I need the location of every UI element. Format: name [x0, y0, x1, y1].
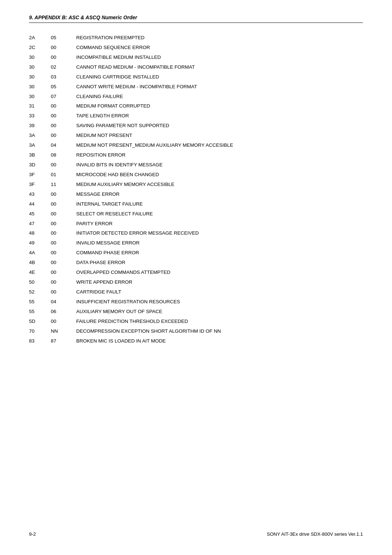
col-description: COMMAND PHASE ERROR [76, 249, 363, 257]
col-description: CLEANING CARTRIDGE INSTALLED [76, 73, 363, 81]
col-ascq: 02 [51, 64, 76, 71]
col-ascq: 05 [51, 34, 76, 42]
col-ascq: 00 [51, 239, 76, 247]
col-asc: 33 [29, 112, 51, 120]
col-asc: 52 [29, 288, 51, 296]
table-row: 4400INTERNAL TARGET FAILURE [29, 199, 363, 209]
col-asc: 30 [29, 54, 51, 61]
col-ascq: 11 [51, 181, 76, 189]
col-asc: 70 [29, 328, 51, 335]
col-asc: 4A [29, 249, 51, 257]
col-asc: 3A [29, 132, 51, 139]
table-row: 3B08REPOSITION ERROR [29, 150, 363, 160]
table-row: 3100MEDIUM FORMAT CORRUPTED [29, 101, 363, 111]
col-asc: 3D [29, 161, 51, 169]
col-description: INCOMPATIBLE MEDIUM INSTALLED [76, 54, 363, 61]
col-description: INITIATOR DETECTED ERROR MESSAGE RECEIVE… [76, 230, 363, 237]
col-description: BROKEN MIC IS LOADED IN AIT MODE [76, 337, 363, 345]
col-description: SAVING PARAMETER NOT SUPPORTED [76, 122, 363, 130]
col-asc: 5D [29, 318, 51, 325]
col-description: MEDIUM AUXILIARY MEMORY ACCESIBLE [76, 181, 363, 189]
table-row: 3002CANNOT READ MEDIUM - INCOMPATIBLE FO… [29, 62, 363, 72]
col-ascq: 00 [51, 210, 76, 218]
col-ascq: 00 [51, 279, 76, 286]
col-ascq: 06 [51, 308, 76, 316]
table-row: 8387BROKEN MIC IS LOADED IN AIT MODE [29, 336, 363, 346]
col-asc: 43 [29, 191, 51, 198]
col-ascq: 87 [51, 337, 76, 345]
col-ascq: 00 [51, 132, 76, 139]
table-row: 5504INSUFFICIENT REGISTRATION RESOURCES [29, 297, 363, 307]
table-row: 5200CARTRIDGE FAULT [29, 287, 363, 297]
col-asc: 47 [29, 220, 51, 228]
col-asc: 48 [29, 230, 51, 237]
col-asc: 3B [29, 151, 51, 159]
table-row: 4800INITIATOR DETECTED ERROR MESSAGE REC… [29, 228, 363, 238]
col-description: FAILURE PREDICTION THRESHOLD EXCEEDED [76, 318, 363, 325]
table-row: 2C00COMMAND SEQUENCE ERROR [29, 43, 363, 53]
col-description: CLEANING FAILURE [76, 93, 363, 101]
table-row: 3A04MEDIUM NOT PRESENT_MEDIUM AUXILIARY … [29, 141, 363, 150]
col-ascq: 03 [51, 73, 76, 81]
col-description: TAPE LENGTH ERROR [76, 112, 363, 120]
col-ascq: 00 [51, 230, 76, 237]
table-row: 3005CANNOT WRITE MEDIUM - INCOMPATIBLE F… [29, 82, 363, 92]
page-header-title: 9. APPENDIX B: ASC & ASCQ Numeric Order [29, 15, 137, 20]
col-ascq: 00 [51, 122, 76, 130]
col-asc: 2C [29, 44, 51, 52]
col-description: INVALID MESSAGE ERROR [76, 239, 363, 247]
page-footer: 9-2 SONY AIT-3Ex drive SDX-800V series V… [29, 531, 363, 537]
col-ascq: 00 [51, 200, 76, 208]
col-description: INVALID BITS IN IDENTIFY MESSAGE [76, 161, 363, 169]
table-row: 3007CLEANING FAILURE [29, 92, 363, 102]
col-description: MICROCODE HAD BEEN CHANGED [76, 171, 363, 179]
table-row: 4700PARITY ERROR [29, 219, 363, 229]
table-row: 3A00MEDIUM NOT PRESENT [29, 131, 363, 141]
col-description: MEDIUM NOT PRESENT [76, 132, 363, 139]
col-asc: 30 [29, 83, 51, 91]
col-asc: 30 [29, 64, 51, 71]
table-row: 4500SELECT OR RESELECT FAILURE [29, 209, 363, 219]
table-row: 4300MESSAGE ERROR [29, 190, 363, 199]
col-asc: 30 [29, 73, 51, 81]
table-row: 5000WRITE APPEND ERROR [29, 278, 363, 287]
col-asc: 83 [29, 337, 51, 345]
col-description: REGISTRATION PREEMPTED [76, 34, 363, 42]
col-description: MEDIUM FORMAT CORRUPTED [76, 102, 363, 110]
col-ascq: 00 [51, 102, 76, 110]
col-asc: 3F [29, 181, 51, 189]
col-ascq: 04 [51, 298, 76, 306]
col-description: SELECT OR RESELECT FAILURE [76, 210, 363, 218]
col-ascq: 00 [51, 191, 76, 198]
col-ascq: 00 [51, 54, 76, 61]
footer-page-number: 9-2 [29, 531, 36, 537]
col-asc: 55 [29, 298, 51, 306]
col-ascq: 00 [51, 249, 76, 257]
col-description: CANNOT WRITE MEDIUM - INCOMPATIBLE FORMA… [76, 83, 363, 91]
table-row: 3D00INVALID BITS IN IDENTIFY MESSAGE [29, 160, 363, 170]
col-description: CARTRIDGE FAULT [76, 288, 363, 296]
col-asc: 44 [29, 200, 51, 208]
footer-doc-title: SONY AIT-3Ex drive SDX-800V series Ver.1… [267, 531, 363, 537]
table-row: 4A00COMMAND PHASE ERROR [29, 248, 363, 258]
col-description: COMMAND SEQUENCE ERROR [76, 44, 363, 52]
col-ascq: 00 [51, 44, 76, 52]
col-description: DATA PHASE ERROR [76, 259, 363, 267]
col-ascq: 00 [51, 259, 76, 267]
col-asc: 45 [29, 210, 51, 218]
table-row: 3F11MEDIUM AUXILIARY MEMORY ACCESIBLE [29, 180, 363, 190]
table-row: 3000INCOMPATIBLE MEDIUM INSTALLED [29, 53, 363, 62]
col-description: CANNOT READ MEDIUM - INCOMPATIBLE FORMAT [76, 64, 363, 71]
col-ascq: 08 [51, 151, 76, 159]
col-asc: 39 [29, 122, 51, 130]
page-header: 9. APPENDIX B: ASC & ASCQ Numeric Order [29, 15, 363, 23]
table-row: 4B00DATA PHASE ERROR [29, 258, 363, 268]
col-ascq: 07 [51, 93, 76, 101]
col-ascq: 05 [51, 83, 76, 91]
table-row: 3900SAVING PARAMETER NOT SUPPORTED [29, 121, 363, 131]
col-ascq: 00 [51, 220, 76, 228]
col-ascq: 00 [51, 318, 76, 325]
table-row: 5D00FAILURE PREDICTION THRESHOLD EXCEEDE… [29, 317, 363, 327]
col-ascq: 00 [51, 161, 76, 169]
col-ascq: 00 [51, 112, 76, 120]
